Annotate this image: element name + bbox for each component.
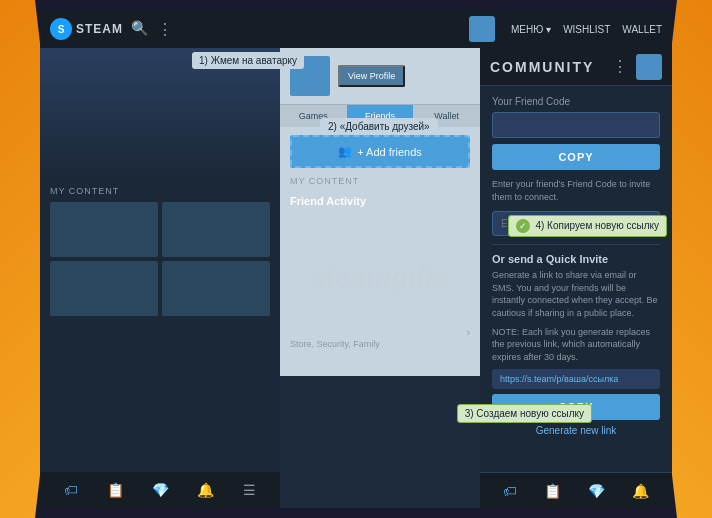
steam-logo: S STEAM — [50, 18, 123, 40]
steam-header: S STEAM 🔍 ⋮ МЕНЮ ▾ WISHLIST WALLET — [40, 10, 672, 48]
header-menu-icon[interactable]: ⋮ — [157, 20, 173, 39]
left-panel-bottom-bar: 🏷 📋 💎 🔔 ☰ — [40, 472, 280, 508]
bottom-bell-icon[interactable]: 🔔 — [197, 482, 214, 498]
account-details-item[interactable]: Account Details Store, Security, Family … — [280, 322, 480, 354]
step3-annotation: 3) Создаем новую ссылку — [457, 404, 592, 423]
quick-invite-title: Or send a Quick Invite — [492, 253, 660, 265]
featured-grid — [50, 202, 270, 316]
nav-wishlist[interactable]: WISHLIST — [563, 24, 610, 35]
add-friends-icon: 👥 — [338, 145, 352, 158]
checkmark-icon: ✓ — [516, 219, 530, 233]
search-icon[interactable]: 🔍 — [131, 20, 149, 38]
profile-dropdown: View Profile Games Friends Wallet 👥 + Ad… — [280, 48, 480, 376]
featured-item-4[interactable] — [162, 261, 270, 316]
nav-list-extra: Change Account — [280, 354, 480, 376]
featured-item-3[interactable] — [50, 261, 158, 316]
my-content-label: MY CONTENT — [280, 176, 480, 190]
step1-tooltip: 1) Жмем на аватарку — [192, 52, 304, 69]
community-bottom-tag-icon[interactable]: 🏷 — [503, 483, 517, 499]
community-bottom-list-icon[interactable]: 📋 — [544, 483, 561, 499]
featured-section: MY CONTENT — [40, 178, 280, 324]
bottom-gem-icon[interactable]: 💎 — [152, 482, 169, 498]
main-window: S STEAM 🔍 ⋮ МЕНЮ ▾ WISHLIST WALLET 1) Жм… — [40, 10, 672, 508]
bottom-list-icon[interactable]: 📋 — [107, 482, 124, 498]
nav-friend-activity[interactable]: Friend Activity — [280, 190, 480, 212]
middle-panel: View Profile Games Friends Wallet 👥 + Ad… — [280, 48, 480, 508]
nav-groups[interactable]: Groups — [280, 234, 480, 256]
view-profile-button[interactable]: View Profile — [338, 65, 405, 87]
featured-label: MY CONTENT — [50, 186, 270, 196]
step4-label: 4) Копируем новую ссылку — [535, 220, 659, 231]
invite-description: Enter your friend's Friend Code to invit… — [492, 178, 660, 203]
add-friends-label: + Add friends — [357, 146, 422, 158]
divider — [492, 244, 660, 245]
community-title: COMMUNITY — [490, 59, 594, 75]
step4-annotation: ✓ 4) Копируем новую ссылку — [508, 215, 667, 237]
step2-tooltip: 2) «Добавить друзей» — [320, 118, 438, 135]
generate-link-button[interactable]: Generate new link — [492, 425, 660, 436]
steam-logo-icon: S — [50, 18, 72, 40]
friend-code-label: Your Friend Code — [492, 96, 660, 107]
add-friends-button[interactable]: 👥 + Add friends — [290, 135, 470, 168]
friend-code-copy-button[interactable]: COPY — [492, 144, 660, 170]
nav-friends[interactable]: Friends — [280, 212, 480, 234]
nav-change-account[interactable]: Change Account — [280, 354, 480, 376]
featured-item-1[interactable] — [50, 202, 158, 257]
nav-wallet[interactable]: WALLET — [622, 24, 662, 35]
nav-inventory[interactable]: Inventory — [280, 300, 480, 322]
left-panel: MY CONTENT 🏷 📋 💎 🔔 ☰ — [40, 48, 280, 508]
header-avatar[interactable] — [469, 16, 495, 42]
nav-menu[interactable]: МЕНЮ ▾ — [511, 24, 551, 35]
community-bottom-bar: 🏷 📋 💎 🔔 — [480, 472, 672, 508]
account-details-info: Account Details Store, Security, Family — [290, 327, 380, 349]
steam-logo-text: STEAM — [76, 22, 123, 36]
quick-invite-description: Generate a link to share via email or SM… — [492, 269, 660, 319]
header-nav: МЕНЮ ▾ WISHLIST WALLET — [511, 24, 662, 35]
account-details-title: Account Details — [290, 327, 380, 339]
community-menu-icon[interactable]: ⋮ — [612, 57, 628, 76]
link-url-display: https://s.team/p/ваша/ссылка — [492, 369, 660, 389]
account-details-subtitle: Store, Security, Family — [290, 339, 380, 349]
friend-code-input[interactable] — [492, 112, 660, 138]
community-avatar[interactable] — [636, 54, 662, 80]
nav-screenshots[interactable]: Screenshots/Videos — [280, 256, 480, 278]
community-header: COMMUNITY ⋮ — [480, 48, 672, 86]
nav-badges[interactable]: Badges — [280, 278, 480, 300]
bottom-tag-icon[interactable]: 🏷 — [64, 482, 78, 498]
community-bottom-bell-icon[interactable]: 🔔 — [632, 483, 649, 499]
note-text: NOTE: Each link you generate replaces th… — [492, 326, 660, 364]
content-area: MY CONTENT 🏷 📋 💎 🔔 ☰ ‹ — [40, 48, 672, 508]
featured-item-2[interactable] — [162, 202, 270, 257]
community-bottom-gem-icon[interactable]: 💎 — [588, 483, 605, 499]
account-arrow-icon: › — [467, 327, 470, 338]
bottom-menu-icon[interactable]: ☰ — [243, 482, 256, 498]
nav-list: Friend Activity Friends Groups Screensho… — [280, 190, 480, 322]
right-panel: COMMUNITY ⋮ Your Friend Code COPY Enter … — [480, 48, 672, 508]
profile-dropdown-header: View Profile — [280, 48, 480, 104]
